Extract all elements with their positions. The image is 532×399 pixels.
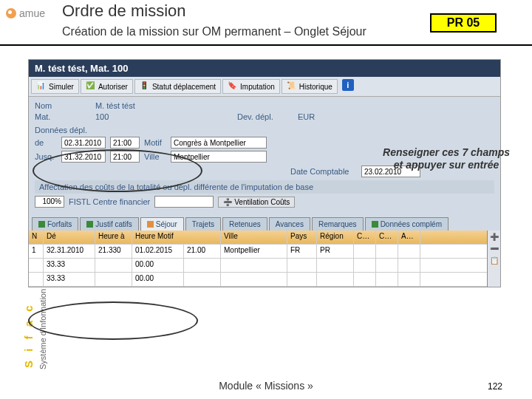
dev-value: EUR	[298, 112, 315, 121]
tab-status-icon	[86, 221, 93, 228]
col-ville: Ville	[221, 231, 287, 244]
de-label: de	[35, 138, 57, 147]
window-title: M. tést tést, Mat. 100	[29, 60, 500, 77]
brand-vertical: S i f a c	[22, 302, 35, 368]
centre-financier-input[interactable]	[154, 196, 214, 208]
info-icon[interactable]: i	[342, 79, 354, 91]
dev-label: Dev. dépl.	[237, 112, 293, 121]
nom-value: M. tést tést	[95, 101, 135, 110]
autoriser-icon: ✅	[86, 81, 96, 92]
tab-trajets[interactable]: Trajets	[185, 217, 221, 231]
historique-label: Historique	[299, 83, 332, 91]
simuler-button[interactable]: 📊 Simuler	[31, 79, 79, 94]
tab-status-icon	[38, 221, 45, 228]
mat-value: 100	[95, 112, 140, 121]
logo: amue	[6, 6, 56, 21]
callout-oval-grid	[28, 301, 198, 340]
col-c2: C…	[376, 231, 398, 244]
mat-label: Mat.	[35, 112, 91, 121]
copy-row-icon[interactable]: 📋	[489, 256, 499, 266]
tab-forfaits[interactable]: Forfaits	[32, 217, 78, 231]
tab-avances[interactable]: Avances	[269, 217, 310, 231]
de-time-input[interactable]	[110, 137, 140, 149]
pr-badge: PR 05	[430, 13, 497, 33]
add-row-icon[interactable]: ➕	[489, 232, 499, 242]
de-date-input[interactable]	[61, 137, 106, 149]
grid-row[interactable]: 1 32.31.2010 21.330 01.02.2015 21.00 Mon…	[29, 245, 487, 259]
statut-icon: 🚦	[140, 81, 150, 92]
page-subtitle: Création de la mission sur OM permanent …	[62, 25, 366, 38]
autoriser-button[interactable]: ✅ Autoriser	[81, 79, 133, 94]
historique-button[interactable]: 📜 Historique	[282, 79, 338, 94]
col-heure-motif: Heure Motif	[132, 231, 221, 244]
slide-header: amue Ordre de mission Création de la mis…	[0, 0, 532, 46]
imputation-label: Imputation	[240, 83, 275, 91]
col-heure-a: Heure à	[95, 231, 132, 244]
centre-financier-label: FISTL Centre financier	[69, 197, 150, 206]
tab-status-icon	[147, 221, 154, 228]
page-number: 122	[488, 381, 502, 392]
grid-header: N Dé Heure à Heure Motif Ville Pays Régi…	[29, 231, 487, 245]
affectation-pct[interactable]: 100%	[35, 196, 64, 208]
ventilation-icon: ➗	[223, 198, 232, 206]
statut-label: Statut déplacement	[152, 83, 216, 91]
tab-retenues[interactable]: Retenues	[222, 217, 267, 231]
delete-row-icon[interactable]: ➖	[489, 244, 499, 254]
imputation-button[interactable]: 🔖 Imputation	[222, 79, 280, 94]
col-n: N	[29, 231, 44, 244]
ventilation-label: Ventilation Coûts	[234, 198, 290, 206]
tab-justificatifs[interactable]: Justif catifs	[80, 217, 138, 231]
col-pays: Pays	[287, 231, 317, 244]
logo-text: amue	[19, 7, 45, 19]
simuler-label: Simuler	[49, 83, 74, 91]
grid-area: N Dé Heure à Heure Motif Ville Pays Régi…	[29, 231, 500, 287]
historique-icon: 📜	[287, 81, 297, 92]
nom-label: Nom	[35, 101, 91, 110]
simuler-icon: 📊	[36, 81, 47, 92]
autoriser-label: Autoriser	[98, 83, 128, 91]
tab-sejour[interactable]: Séjour	[140, 217, 184, 231]
statut-deplacement-button[interactable]: 🚦 Statut déplacement	[134, 79, 221, 94]
col-a: A…	[398, 231, 420, 244]
motif-input[interactable]	[171, 137, 267, 149]
logo-mark-icon	[6, 8, 16, 18]
annotation-text: Renseigner ces 7 champs et appuyer sur e…	[383, 146, 510, 171]
col-c1: C…	[354, 231, 376, 244]
col-region: Région	[317, 231, 354, 244]
donnees-depl-label: Données dépl.	[35, 126, 91, 134]
tab-status-icon	[372, 221, 378, 228]
grid-row[interactable]: 33.33 00.00	[29, 273, 487, 287]
toolbar: 📊 Simuler ✅ Autoriser 🚦 Statut déplaceme…	[29, 77, 500, 97]
footer-module: Module « Missions »	[0, 380, 532, 392]
imputation-icon: 🔖	[228, 81, 238, 92]
tab-remarques[interactable]: Remarques	[312, 217, 364, 231]
motif-label: Motif	[144, 138, 166, 147]
callout-oval-form	[33, 149, 202, 192]
ventilation-button[interactable]: ➗ Ventilation Coûts	[218, 197, 295, 208]
grid-row[interactable]: 33.33 00.00	[29, 259, 487, 273]
tab-donnees-complem[interactable]: Données complém	[365, 217, 449, 231]
page-title: Ordre de mission	[62, 1, 186, 21]
date-comptable-label: Date Comptable	[290, 167, 357, 176]
col-de: Dé	[44, 231, 95, 244]
tab-bar: Forfaits Justif catifs Séjour Trajets Re…	[29, 214, 500, 231]
grid-side-buttons: ➕ ➖ 📋	[487, 231, 500, 287]
